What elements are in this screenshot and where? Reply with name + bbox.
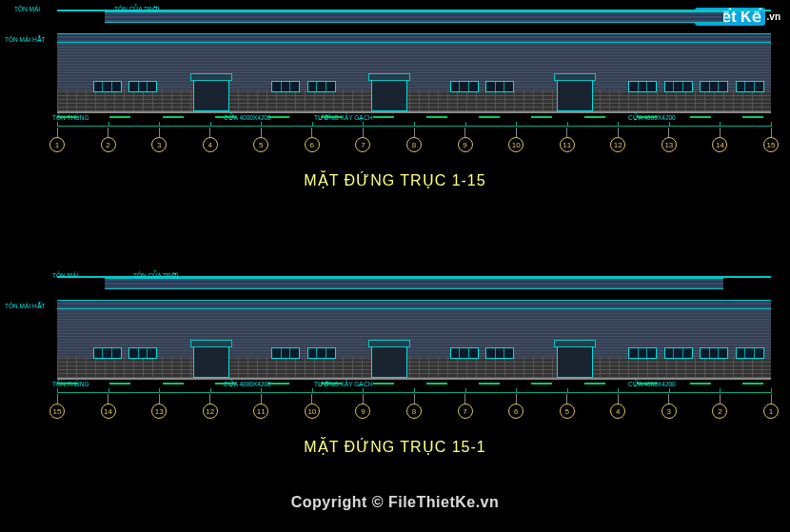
axis-tick bbox=[464, 394, 465, 404]
axis-mark: 4 bbox=[610, 394, 625, 419]
axis-mark: 1 bbox=[49, 128, 65, 152]
axis-bubble: 6 bbox=[305, 137, 320, 152]
axis-bubble: 14 bbox=[712, 137, 727, 152]
base-line bbox=[57, 378, 771, 380]
axis-mark: 7 bbox=[355, 128, 370, 152]
dim-tick bbox=[771, 388, 772, 393]
dim-tick bbox=[159, 388, 160, 393]
axis-mark: 6 bbox=[305, 128, 320, 152]
dim-mark bbox=[268, 116, 289, 118]
door bbox=[371, 345, 407, 378]
axis-mark: 15 bbox=[763, 128, 779, 152]
axis-mark: 15 bbox=[49, 394, 65, 419]
axis-mark: 6 bbox=[508, 394, 523, 419]
axis-bubble: 5 bbox=[560, 404, 575, 419]
eave bbox=[57, 33, 771, 43]
axis-mark: 3 bbox=[662, 394, 677, 419]
dim-tick bbox=[516, 388, 517, 393]
dim-tick bbox=[312, 122, 313, 127]
door bbox=[193, 78, 229, 111]
dim-mark bbox=[268, 383, 289, 384]
axis-tick bbox=[618, 394, 619, 404]
axis-tick bbox=[464, 128, 465, 137]
axis-tick bbox=[668, 128, 669, 137]
dim-tick bbox=[109, 388, 109, 393]
label-ton-mai: TÔN MÁI bbox=[14, 6, 40, 12]
axis-mark: 14 bbox=[712, 128, 727, 152]
axis-mark: 11 bbox=[560, 128, 575, 152]
axis-bubble: 2 bbox=[101, 137, 116, 152]
axis-mark: 11 bbox=[253, 394, 268, 419]
axis-tick bbox=[668, 394, 669, 404]
elevation-15-1: TÔN MÁI TÔN CỦA TRỜI TÔN MÁI HẮT TÔN THÙ… bbox=[0, 266, 790, 457]
axis-tick bbox=[261, 394, 262, 404]
drawing-title-15-1: MẶT ĐỨNG TRỤC 15-1 bbox=[304, 438, 485, 456]
doors bbox=[57, 78, 771, 111]
label-ton-cua-troi: TÔN CỦA TRỜI bbox=[133, 272, 178, 280]
dim-tick bbox=[516, 122, 517, 127]
axis-bubble: 6 bbox=[508, 404, 523, 419]
axis-bubble: 10 bbox=[305, 404, 320, 419]
axis-tick bbox=[720, 128, 721, 137]
label-ton-mai: TÔN MÁI bbox=[52, 272, 78, 279]
clerestory bbox=[105, 11, 723, 23]
door bbox=[557, 345, 593, 378]
axis-tick bbox=[414, 128, 415, 137]
axis-bubble: 1 bbox=[763, 404, 779, 419]
axis-bubble: 3 bbox=[662, 404, 677, 419]
dim-tick bbox=[261, 388, 262, 393]
axis-mark: 12 bbox=[610, 128, 625, 152]
dim-mark bbox=[321, 383, 342, 384]
dim-tick bbox=[414, 388, 415, 393]
watermark-copyright: Copyright © FileThietKe.vn bbox=[291, 494, 500, 511]
drawing-title-1-15: MẶT ĐỨNG TRỤC 1-15 bbox=[304, 171, 485, 189]
axis-bubble: 13 bbox=[662, 137, 677, 152]
axis-mark: 9 bbox=[355, 394, 370, 419]
dim-tick bbox=[567, 122, 568, 127]
axis-row-top: 123456789101112131415 bbox=[57, 124, 771, 152]
green-underbars bbox=[57, 114, 771, 120]
building-top: TÔN MÁI TÔN CỦA TRỜI TÔN MÁI HẮT TÔN THÙ… bbox=[57, 10, 771, 124]
dim-tick bbox=[159, 122, 160, 127]
axis-mark: 1 bbox=[763, 394, 779, 419]
axis-bubble: 5 bbox=[253, 137, 268, 152]
dim-mark bbox=[109, 383, 130, 384]
dim-tick bbox=[669, 122, 670, 127]
dim-mark bbox=[637, 383, 658, 384]
axis-mark: 14 bbox=[101, 394, 116, 419]
axis-bubble: 13 bbox=[151, 404, 167, 419]
dim-mark bbox=[742, 383, 763, 384]
dim-tick bbox=[261, 122, 262, 127]
axis-mark: 8 bbox=[406, 394, 422, 419]
axis-tick bbox=[566, 128, 567, 137]
axis-tick bbox=[108, 128, 109, 137]
axis-bubble: 11 bbox=[253, 404, 268, 419]
dim-mark bbox=[690, 383, 711, 384]
base-line bbox=[57, 111, 771, 113]
dim-mark bbox=[57, 116, 78, 118]
dim-tick bbox=[669, 388, 670, 393]
dim-mark bbox=[742, 116, 763, 118]
dim-tick bbox=[465, 122, 466, 127]
axis-mark: 2 bbox=[712, 394, 727, 419]
door bbox=[371, 78, 407, 111]
dim-tick bbox=[567, 388, 568, 393]
dim-mark bbox=[479, 383, 500, 384]
label-ton-cua-troi: TÔN CỦA TRỜI bbox=[114, 6, 159, 13]
axis-bubble: 4 bbox=[203, 137, 218, 152]
axis-tick bbox=[516, 128, 517, 137]
axis-bubble: 7 bbox=[355, 137, 370, 152]
dim-tick bbox=[618, 122, 619, 127]
clerestory bbox=[105, 278, 723, 289]
axis-mark: 12 bbox=[203, 394, 218, 419]
dim-tick bbox=[109, 122, 109, 127]
axis-bubble: 7 bbox=[458, 404, 473, 419]
dim-tick bbox=[210, 122, 211, 127]
dim-tick bbox=[720, 388, 721, 393]
axis-bubble: 15 bbox=[49, 404, 65, 419]
axis-bubble: 8 bbox=[406, 404, 422, 419]
dim-mark bbox=[373, 383, 394, 384]
axis-tick bbox=[57, 128, 58, 137]
label-ton-mai-hat: TÔN MÁI HẮT bbox=[5, 303, 46, 310]
dim-mark bbox=[479, 116, 500, 118]
